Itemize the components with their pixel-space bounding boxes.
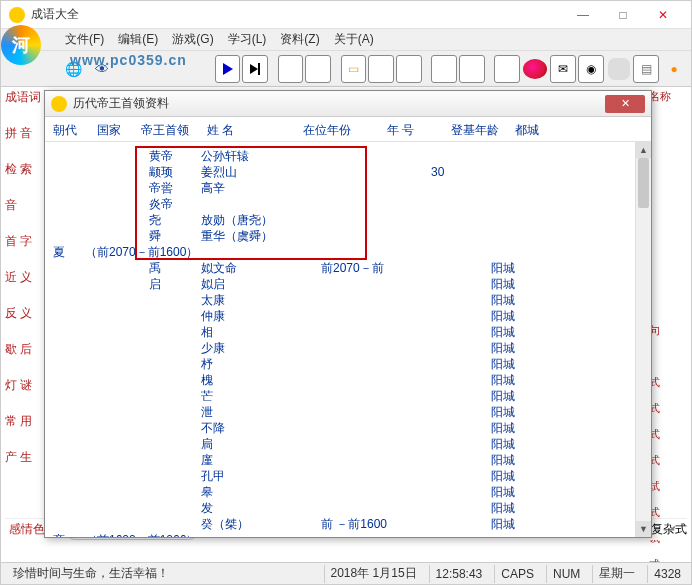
hdr-leader: 帝王首领: [141, 122, 201, 139]
scroll-down[interactable]: ▼: [636, 521, 651, 537]
dialog-column-headers: 朝代 国家 帝王首领 姓 名 在位年份 年 号 登基年龄 都城: [45, 117, 651, 139]
table-row[interactable]: 舜 重华（虞舜）: [53, 228, 643, 244]
next-button[interactable]: [242, 55, 268, 83]
menu-study[interactable]: 学习(L): [222, 29, 273, 50]
table-row[interactable]: 禹 姒文命 前2070－前 阳城: [53, 260, 643, 276]
table-row[interactable]: 商 （前1600－前1066）: [53, 532, 643, 537]
table-row[interactable]: 发 阳城: [53, 500, 643, 516]
tool-flower[interactable]: [522, 55, 548, 83]
folder-icon: ▭: [348, 62, 359, 76]
tool-rabbit[interactable]: [606, 55, 632, 83]
label-first: 首 字: [5, 233, 41, 249]
rlabel-0: 名称: [649, 89, 685, 103]
rabbit-icon: [608, 58, 630, 80]
label-xiehou: 歇 后: [5, 341, 41, 357]
orange-icon: ●: [670, 62, 677, 76]
table-row[interactable]: 皋 阳城: [53, 484, 643, 500]
table-row[interactable]: 黄帝 公孙轩辕: [53, 148, 643, 164]
status-proverb: 珍惜时间与生命，生活幸福！: [5, 565, 177, 582]
maximize-button[interactable]: □: [603, 4, 643, 26]
hdr-dynasty: 朝代: [53, 122, 93, 139]
table-row[interactable]: 尧 放勋（唐尧）: [53, 212, 643, 228]
menubar: 河 文件(F) 编辑(E) 游戏(G) 学习(L) 资料(Z) 关于(A): [1, 29, 691, 51]
tool-box4[interactable]: [396, 55, 422, 83]
close-button[interactable]: ✕: [643, 4, 683, 26]
flower-icon: [523, 59, 547, 79]
tool-box7[interactable]: [494, 55, 520, 83]
table-row[interactable]: 杼 阳城: [53, 356, 643, 372]
label-pinyin: 拼 音: [5, 125, 41, 141]
tool-box3[interactable]: [368, 55, 394, 83]
tool-box1[interactable]: [278, 55, 304, 83]
label-origin: 产 生: [5, 449, 41, 465]
tool-box2[interactable]: [305, 55, 331, 83]
complex-label: 复杂式: [651, 521, 687, 538]
table-row[interactable]: 不降 阳城: [53, 420, 643, 436]
table-row[interactable]: 廑 阳城: [53, 452, 643, 468]
window-title: 成语大全: [31, 6, 563, 23]
minimize-button[interactable]: —: [563, 4, 603, 26]
status-num: NUM: [546, 565, 586, 583]
rlabel-18: 式: [649, 557, 685, 562]
site-logo: 河: [1, 25, 51, 75]
table-row[interactable]: 炎帝: [53, 196, 643, 212]
tool-orange[interactable]: ●: [661, 55, 687, 83]
dialog-titlebar: 历代帝王首领资料 ✕: [45, 91, 651, 117]
watermark-text: www.pc0359.cn: [70, 52, 187, 68]
table-row[interactable]: 扃 阳城: [53, 436, 643, 452]
table-row[interactable]: 夏 （前2070－前1600）: [53, 244, 643, 260]
rlabel-5: [649, 219, 685, 233]
rlabel-14: 式: [649, 453, 685, 467]
tool-yellow[interactable]: ▭: [341, 55, 367, 83]
menu-game[interactable]: 游戏(G): [166, 29, 219, 50]
scroll-up[interactable]: ▲: [636, 142, 651, 158]
dialog-body: 黄帝 公孙轩辕 颛顼 姜烈山 30 帝喾 高辛 炎帝 尧 放勋（唐尧）: [45, 141, 651, 537]
dialog-title: 历代帝王首领资料: [73, 95, 605, 112]
menu-edit[interactable]: 编辑(E): [112, 29, 164, 50]
table-row[interactable]: 太康 阳城: [53, 292, 643, 308]
label-idiom: 成语词: [5, 89, 41, 105]
tool-box6[interactable]: [459, 55, 485, 83]
table-row[interactable]: 芒 阳城: [53, 388, 643, 404]
dialog-scrollbar[interactable]: ▲ ▼: [635, 142, 651, 537]
dialog-close-button[interactable]: ✕: [605, 95, 645, 113]
next-icon: [250, 63, 260, 75]
table-row[interactable]: 孔甲 阳城: [53, 468, 643, 484]
table-row[interactable]: 仲康 阳城: [53, 308, 643, 324]
play-button[interactable]: [215, 55, 241, 83]
rlabel-12: 式: [649, 401, 685, 415]
status-time: 12:58:43: [429, 565, 489, 583]
mail-icon: ✉: [558, 62, 568, 76]
table-row[interactable]: 相 阳城: [53, 324, 643, 340]
tool-disc[interactable]: ◉: [578, 55, 604, 83]
scroll-thumb[interactable]: [638, 158, 649, 208]
statusbar: 珍惜时间与生命，生活幸福！ 2018年 1月15日 12:58:43 CAPS …: [1, 562, 691, 584]
rlabel-3: [649, 167, 685, 181]
rlabel-4: [649, 193, 685, 207]
tool-stripes[interactable]: ▤: [633, 55, 659, 83]
table-row[interactable]: 癸（桀） 前 －前1600 阳城: [53, 516, 643, 532]
table-row[interactable]: 槐 阳城: [53, 372, 643, 388]
menu-resource[interactable]: 资料(Z): [274, 29, 325, 50]
disc-icon: ◉: [586, 62, 596, 76]
rlabel-13: 式: [649, 427, 685, 441]
table-row[interactable]: 颛顼 姜烈山 30: [53, 164, 643, 180]
table-row[interactable]: 泄 阳城: [53, 404, 643, 420]
menu-about[interactable]: 关于(A): [328, 29, 380, 50]
table-row[interactable]: 启 姒启 阳城: [53, 276, 643, 292]
table-row[interactable]: 少康 阳城: [53, 340, 643, 356]
label-search: 检 索: [5, 161, 41, 177]
rlabel-2: [649, 141, 685, 155]
tool-box5[interactable]: [431, 55, 457, 83]
table-row[interactable]: 帝喾 高辛: [53, 180, 643, 196]
rlabel-8: [649, 297, 685, 311]
hdr-country: 国家: [97, 122, 141, 139]
menu-file[interactable]: 文件(F): [59, 29, 110, 50]
label-ant: 反 义: [5, 305, 41, 321]
hdr-reign: 在位年份: [303, 122, 387, 139]
tool-mail[interactable]: ✉: [550, 55, 576, 83]
status-day: 星期一: [592, 565, 641, 583]
rlabel-6: [649, 245, 685, 259]
rlabel-11: 式: [649, 375, 685, 389]
label-syn: 近 义: [5, 269, 41, 285]
